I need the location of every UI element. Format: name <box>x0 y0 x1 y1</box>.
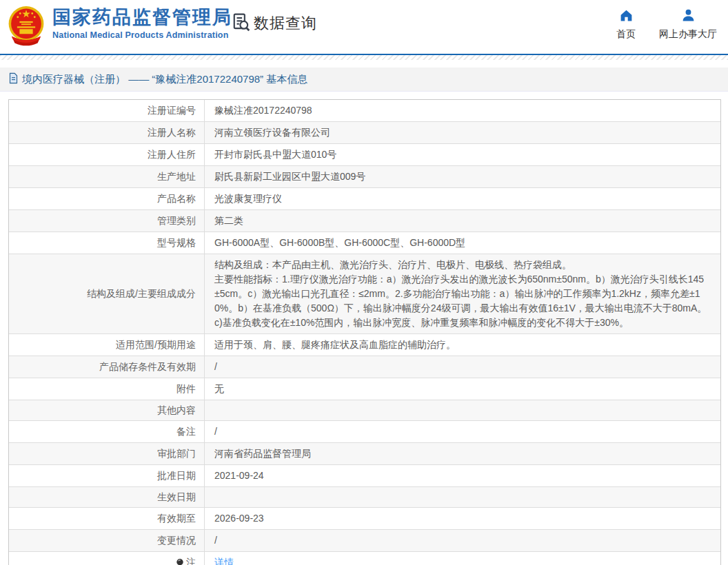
field-value: 结构及组成：本产品由主机、激光治疗头、治疗片、电极片、电极线、热疗袋组成。 主要… <box>205 254 720 333</box>
national-emblem-logo <box>7 4 46 47</box>
field-label-text: 审批部门 <box>157 448 196 460</box>
field-label-text: 注册人名称 <box>148 127 196 139</box>
table-row: 注册证编号 豫械注准20172240798 <box>9 100 720 121</box>
field-value: / <box>205 356 720 378</box>
field-label-text: 批准日期 <box>157 470 196 482</box>
document-icon <box>8 72 19 87</box>
field-label-text: 有效期至 <box>157 513 196 525</box>
field-label: 注册人名称 <box>9 122 205 143</box>
field-label-text: 附件 <box>176 383 196 395</box>
site-header: 国家药品监督管理局 National Medical Products Admi… <box>0 0 728 54</box>
field-label: 备注 <box>9 421 205 442</box>
table-row: 注册人名称 河南立领医疗设备有限公司 <box>9 121 720 143</box>
field-label: 附件 <box>9 378 205 400</box>
info-table: 注册证编号 豫械注准20172240798 注册人名称 河南立领医疗设备有限公司 <box>8 99 721 565</box>
table-row: 注册人住所 开封市尉氏县中盟大道010号 <box>9 143 720 165</box>
table-row: 生产地址 尉氏县新尉工业园区中盟大道009号 <box>9 165 720 187</box>
table-row: 有效期至 2026-09-23 <box>9 507 720 529</box>
field-value: 适用于颈、肩、腰、腿疼痛症状及高血脂症的辅助治疗。 <box>205 334 720 356</box>
breadcrumb: 境内医疗器械（注册） —— “豫械注准20172240798” 基本信息 <box>0 68 728 92</box>
field-label-text: 结构及组成/主要组成成分 <box>87 288 196 300</box>
table-row: 型号规格 GH-6000A型、GH-6000B型、GH-6000C型、GH-60… <box>9 232 720 254</box>
field-value: / <box>205 421 720 442</box>
field-label: 批准日期 <box>9 465 205 486</box>
field-value <box>205 487 720 507</box>
field-label: 变更情况 <box>9 530 205 551</box>
field-label-text: 注册证编号 <box>148 105 196 117</box>
field-value: 无 <box>205 378 720 400</box>
field-label-text: 其他内容 <box>157 404 196 417</box>
field-label: 管理类别 <box>9 210 205 232</box>
table-row: 备注 / <box>9 420 720 442</box>
nav-item-service-hall[interactable]: 网上办事大厅 <box>659 8 717 41</box>
table-row: 注 详情 <box>9 551 720 565</box>
table-row: 变更情况 / <box>9 529 720 551</box>
table-row: 产品储存条件及有效期 / <box>9 356 720 378</box>
field-label: 型号规格 <box>9 232 205 254</box>
field-value: / <box>205 530 720 551</box>
field-label-text: 型号规格 <box>157 237 196 249</box>
field-label: 产品储存条件及有效期 <box>9 356 205 378</box>
table-row: 附件 无 <box>9 378 720 400</box>
table-row: 审批部门 河南省药品监督管理局 <box>9 442 720 464</box>
field-label: 适用范围/预期用途 <box>9 334 205 356</box>
field-label: 生产地址 <box>9 166 205 187</box>
field-label-text: 管理类别 <box>157 215 196 227</box>
field-label: 审批部门 <box>9 443 205 464</box>
field-value: 光波康复理疗仪 <box>205 188 720 209</box>
data-query-label: 数据查询 <box>254 13 317 34</box>
table-row: 管理类别 第二类 <box>9 209 720 232</box>
top-navigation: 首页 网上办事大厅 <box>616 8 717 41</box>
field-value: 河南省药品监督管理局 <box>205 443 720 464</box>
field-value: 第二类 <box>205 210 720 232</box>
stripe-decoration <box>0 55 728 60</box>
field-value: 详情 <box>205 552 720 565</box>
field-label: 有效期至 <box>9 508 205 529</box>
field-label-text: 注 <box>186 557 196 565</box>
detail-link[interactable]: 详情 <box>214 555 234 565</box>
field-label: 产品名称 <box>9 188 205 209</box>
brand-block: 国家药品监督管理局 National Medical Products Admi… <box>52 7 232 40</box>
field-label: 注册人住所 <box>9 144 205 165</box>
field-label: 注册证编号 <box>9 100 205 121</box>
field-value: 2021-09-24 <box>205 465 720 486</box>
field-label-text: 生效日期 <box>157 491 196 504</box>
table-row: 其他内容 <box>9 400 720 420</box>
bulb-icon <box>176 558 184 565</box>
nav-item-home[interactable]: 首页 <box>616 8 636 41</box>
field-value: 2026-09-23 <box>205 508 720 529</box>
field-label: 生效日期 <box>9 487 205 507</box>
data-query-icon <box>232 12 251 34</box>
field-label: 注 <box>9 552 205 565</box>
field-label-text: 适用范围/预期用途 <box>116 339 196 351</box>
table-row: 产品名称 光波康复理疗仪 <box>9 187 720 209</box>
field-value: 豫械注准20172240798 <box>205 100 720 121</box>
field-label: 其他内容 <box>9 400 205 420</box>
field-value: 尉氏县新尉工业园区中盟大道009号 <box>205 166 720 187</box>
field-label-text: 注册人住所 <box>148 149 196 161</box>
data-query-tab[interactable]: 数据查询 <box>232 12 317 34</box>
field-value: GH-6000A型、GH-6000B型、GH-6000C型、GH-6000D型 <box>205 232 720 254</box>
brand-title: 国家药品监督管理局 <box>52 7 232 28</box>
table-row: 结构及组成/主要组成成分 结构及组成：本产品由主机、激光治疗头、治疗片、电极片、… <box>9 254 720 333</box>
table-row: 生效日期 <box>9 486 720 507</box>
field-label: 结构及组成/主要组成成分 <box>9 254 205 333</box>
user-icon <box>681 8 696 25</box>
field-value <box>205 400 720 420</box>
field-label-text: 备注 <box>176 426 196 438</box>
page-title: 境内医疗器械（注册） —— “豫械注准20172240798” 基本信息 <box>22 73 307 86</box>
nav-item-label: 首页 <box>616 28 636 41</box>
field-label-text: 生产地址 <box>157 171 196 183</box>
brand-subtitle: National Medical Products Administration <box>52 30 232 40</box>
field-label-text: 产品储存条件及有效期 <box>99 361 196 373</box>
nav-item-label: 网上办事大厅 <box>659 28 717 41</box>
table-row: 批准日期 2021-09-24 <box>9 464 720 486</box>
field-label-text: 产品名称 <box>157 193 196 205</box>
field-value: 河南立领医疗设备有限公司 <box>205 122 720 143</box>
home-icon <box>619 8 634 25</box>
table-row: 适用范围/预期用途 适用于颈、肩、腰、腿疼痛症状及高血脂症的辅助治疗。 <box>9 333 720 356</box>
field-label-text: 变更情况 <box>157 535 196 547</box>
field-value: 开封市尉氏县中盟大道010号 <box>205 144 720 165</box>
